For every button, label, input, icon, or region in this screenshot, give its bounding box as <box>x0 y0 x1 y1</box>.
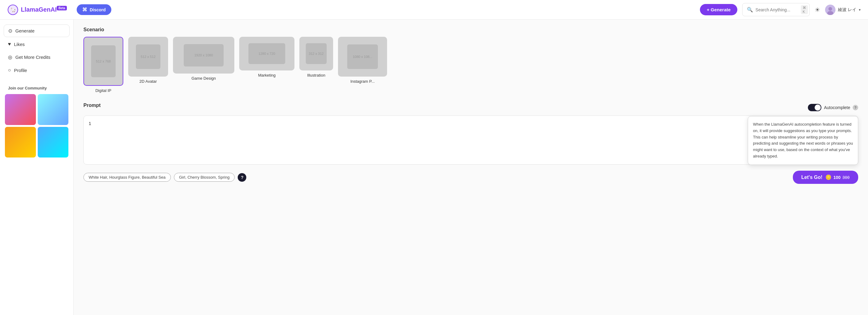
scenario-label: Game Design <box>191 76 216 80</box>
tag-row: White Hair, Hourglass Figure, Beautiful … <box>84 171 858 184</box>
tooltip-text: When the LlamaGenAI autocompletion featu… <box>753 122 853 159</box>
profile-icon: ○ <box>8 67 11 73</box>
community-thumb-2[interactable] <box>38 94 69 125</box>
sidebar-item-credits[interactable]: ◎ Get More Credits <box>4 51 70 63</box>
thumb-image-3 <box>5 127 36 158</box>
thumb-inner: 1080 x 108... <box>347 44 378 69</box>
sidebar: ⊙ Generate ♥ Likes ◎ Get More Credits ○ … <box>0 20 73 315</box>
scenario-thumb-digital-ip: 512 x 768 <box>84 37 123 86</box>
thumb-size-label: 512 x 512 <box>141 55 155 59</box>
scenario-title: Scenario <box>84 27 858 33</box>
scenario-label: Illustration <box>307 73 325 77</box>
heart-icon: ♥ <box>8 41 11 47</box>
search-bar[interactable]: 🔍 ⌘ K <box>742 3 810 16</box>
thumb-inner: 1280 x 720 <box>248 43 285 64</box>
header-generate-button[interactable]: + Generate <box>700 4 737 15</box>
scenario-card-2d-avatar[interactable]: 512 x 512 2D Avatar <box>128 37 168 93</box>
prompt-textarea[interactable]: 1 <box>84 115 858 165</box>
sidebar-item-profile[interactable]: ○ Profile <box>4 64 70 76</box>
scenario-row: 512 x 768 Digital IP 512 x 512 2D Avatar… <box>84 37 858 95</box>
logo-area: 🦙 LlamaGenAIBeta <box>7 4 67 15</box>
user-area[interactable]: 綾波 レイ ▾ <box>825 5 861 15</box>
thumb-image-4 <box>38 127 69 158</box>
sidebar-item-generate[interactable]: ⊙ Generate <box>4 25 70 37</box>
autocomplete-area: Autocomplete ? When the LlamaGenAI autoc… <box>808 104 858 111</box>
thumb-image-2 <box>38 94 69 125</box>
scenario-card-instagram[interactable]: 1080 x 108... Instagram P... <box>338 37 387 93</box>
main-content: Scenario 512 x 768 Digital IP 512 x 512 … <box>73 20 868 315</box>
community-title: Join our Community <box>5 86 68 91</box>
discord-icon: ⌘ <box>82 7 87 12</box>
help-icon[interactable]: ? <box>852 105 858 110</box>
avatar-image <box>825 5 836 15</box>
sidebar-divider <box>4 77 70 82</box>
thumb-size-label: 1920 x 1080 <box>194 53 213 57</box>
community-thumb-1[interactable] <box>5 94 36 125</box>
community-thumb-4[interactable] <box>38 127 69 158</box>
thumb-inner: 1920 x 1080 <box>184 44 224 67</box>
toggle-track <box>808 104 822 111</box>
sidebar-item-label: Get More Credits <box>16 55 50 60</box>
community-grid <box>5 94 68 158</box>
community-thumb-3[interactable] <box>5 127 36 158</box>
scenario-thumb-2d-avatar: 512 x 512 <box>128 37 168 77</box>
tag-help-icon[interactable]: ? <box>238 173 246 182</box>
thumb-inner: 312 x 312 <box>306 43 327 64</box>
prompt-title: Prompt <box>84 103 101 108</box>
scenario-thumb-illustration: 312 x 312 <box>299 37 333 70</box>
sidebar-item-label: Generate <box>16 28 35 33</box>
thumb-size-label: 512 x 768 <box>96 60 111 63</box>
tag-pill-1[interactable]: White Hair, Hourglass Figure, Beautiful … <box>84 173 171 182</box>
avatar <box>825 5 836 15</box>
thumb-size-label: 312 x 312 <box>309 52 323 56</box>
prompt-header: Prompt Autocomplete ? When the LlamaGenA… <box>84 103 858 112</box>
autocomplete-label: Autocomplete <box>824 105 850 110</box>
scenario-thumb-game-design: 1920 x 1080 <box>173 37 234 74</box>
prompt-section: Prompt Autocomplete ? When the LlamaGenA… <box>84 103 858 166</box>
scenario-card-illustration[interactable]: 312 x 312 Illustration <box>299 37 333 93</box>
lets-go-button[interactable]: Let's Go! 🪙 100 300 <box>793 171 858 184</box>
sidebar-item-label: Profile <box>14 68 27 73</box>
svg-point-3 <box>829 7 832 11</box>
sidebar-item-label: Likes <box>14 42 25 47</box>
header: 🦙 LlamaGenAIBeta ⌘ Discord + Generate 🔍 … <box>0 0 868 20</box>
scenario-label: 2D Avatar <box>140 79 157 84</box>
scenario-card-game-design[interactable]: 1920 x 1080 Game Design <box>173 37 234 93</box>
svg-text:🦙: 🦙 <box>10 7 16 12</box>
scenario-card-digital-ip[interactable]: 512 x 768 Digital IP <box>84 37 123 93</box>
thumb-size-label: 1280 x 720 <box>258 52 275 56</box>
app-body: ⊙ Generate ♥ Likes ◎ Get More Credits ○ … <box>0 20 868 315</box>
scenario-card-marketing[interactable]: 1280 x 720 Marketing <box>239 37 294 93</box>
discord-button[interactable]: ⌘ Discord <box>77 4 111 15</box>
search-input[interactable] <box>755 7 798 12</box>
search-shortcut: ⌘ K <box>801 5 808 14</box>
scenario-label: Instagram P... <box>350 79 374 84</box>
thumb-inner: 512 x 512 <box>136 44 160 69</box>
logo-text: LlamaGenAIBeta <box>21 6 67 13</box>
thumb-image-1 <box>5 94 36 125</box>
scenario-thumb-instagram: 1080 x 108... <box>338 37 387 77</box>
credit-total: 300 <box>842 175 849 180</box>
credits-icon: ◎ <box>8 54 12 60</box>
credit-info: 🪙 100 300 <box>825 174 849 180</box>
autocomplete-toggle[interactable] <box>808 104 822 111</box>
chevron-down-icon: ▾ <box>859 8 861 12</box>
coin-icon: 🪙 <box>825 174 832 180</box>
thumb-size-label: 1080 x 108... <box>353 55 372 59</box>
logo-icon: 🦙 <box>7 4 19 15</box>
thumb-inner: 512 x 768 <box>91 45 116 77</box>
tag-pill-2[interactable]: Girl, Cherry Blossom, Spring <box>174 173 235 182</box>
sidebar-item-likes[interactable]: ♥ Likes <box>4 38 70 50</box>
scenario-thumb-marketing: 1280 x 720 <box>239 37 294 70</box>
toggle-thumb <box>815 104 821 111</box>
user-name: 綾波 レイ <box>838 7 856 12</box>
scenario-label: Marketing <box>258 73 275 77</box>
search-icon: 🔍 <box>747 7 753 12</box>
beta-badge: Beta <box>57 6 67 10</box>
theme-toggle-button[interactable]: ☀ <box>815 6 820 13</box>
credit-current: 100 <box>833 175 840 180</box>
autocomplete-tooltip: When the LlamaGenAI autocompletion featu… <box>748 116 858 165</box>
community-section: Join our Community <box>4 83 70 160</box>
scenario-label: Digital IP <box>95 88 111 93</box>
generate-icon: ⊙ <box>8 28 12 34</box>
